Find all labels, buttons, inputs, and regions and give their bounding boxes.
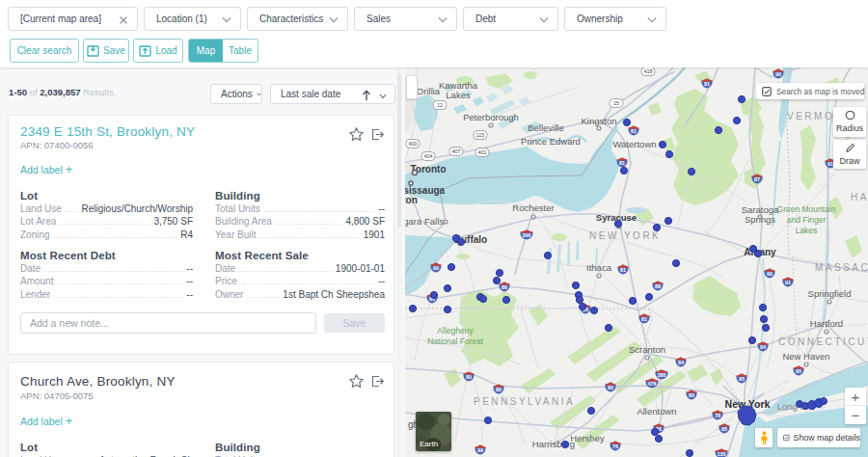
svg-text:Allentown: Allentown xyxy=(637,406,676,417)
svg-text:95: 95 xyxy=(796,368,801,374)
svg-text:Peterborough: Peterborough xyxy=(463,112,519,122)
svg-text:390: 390 xyxy=(523,232,531,238)
svg-text:81: 81 xyxy=(704,81,710,87)
svg-text:Belleville: Belleville xyxy=(528,122,564,133)
svg-text:80: 80 xyxy=(466,374,472,380)
svg-text:15: 15 xyxy=(613,100,619,106)
svg-text:407: 407 xyxy=(451,148,460,154)
svg-text:Rochester: Rochester xyxy=(512,202,554,213)
svg-text:Lakes: Lakes xyxy=(446,90,471,100)
svg-text:Watertown: Watertown xyxy=(612,139,656,149)
svg-text:95: 95 xyxy=(739,376,745,382)
svg-text:Scranton: Scranton xyxy=(629,344,665,355)
svg-text:Hershey: Hershey xyxy=(570,433,605,444)
svg-text:87: 87 xyxy=(754,176,760,182)
svg-text:Lakes: Lakes xyxy=(796,226,818,235)
svg-text:135: 135 xyxy=(718,451,726,457)
svg-text:95: 95 xyxy=(721,426,727,432)
svg-text:84: 84 xyxy=(678,360,684,365)
svg-text:MASSACHU: MASSACHU xyxy=(815,262,868,273)
svg-text:Prince Edward: Prince Edward xyxy=(521,136,581,147)
svg-text:476: 476 xyxy=(648,381,657,387)
svg-text:99: 99 xyxy=(477,447,483,453)
svg-text:380: 380 xyxy=(658,372,666,378)
svg-text:Niagara Falls: Niagara Falls xyxy=(405,216,444,227)
svg-text:88: 88 xyxy=(655,283,661,289)
svg-text:PENNSYLVANIA: PENNSYLVANIA xyxy=(474,396,575,407)
svg-text:91: 91 xyxy=(785,280,791,285)
svg-text:Green Mountain: Green Mountain xyxy=(777,204,836,214)
svg-text:418: 418 xyxy=(643,68,652,74)
svg-text:HA: HA xyxy=(851,192,868,202)
svg-text:90: 90 xyxy=(433,265,439,271)
svg-text:National Forest: National Forest xyxy=(427,336,483,346)
svg-text:NEW YORK: NEW YORK xyxy=(589,230,661,241)
svg-text:Ithaca: Ithaca xyxy=(586,262,612,273)
svg-text:81: 81 xyxy=(619,160,625,166)
svg-text:86: 86 xyxy=(502,284,507,290)
svg-text:Allegheny: Allegheny xyxy=(437,326,474,336)
svg-text:78: 78 xyxy=(715,413,720,418)
svg-text:Orillia: Orillia xyxy=(417,86,441,96)
svg-text:401: 401 xyxy=(477,149,486,155)
svg-text:115: 115 xyxy=(476,132,485,138)
svg-text:ton: ton xyxy=(405,195,418,205)
svg-text:Kingston: Kingston xyxy=(582,116,617,126)
svg-text:90: 90 xyxy=(775,71,781,77)
svg-text:84: 84 xyxy=(760,344,766,350)
svg-text:81: 81 xyxy=(631,128,637,134)
svg-text:404: 404 xyxy=(423,153,432,159)
svg-text:Springfield: Springfield xyxy=(808,288,852,299)
svg-text:12: 12 xyxy=(437,102,443,108)
svg-text:Hartford: Hartford xyxy=(810,318,843,329)
svg-text:and Finger: and Finger xyxy=(787,215,827,225)
svg-text:81: 81 xyxy=(620,267,626,273)
svg-text:80: 80 xyxy=(608,385,613,390)
svg-text:80: 80 xyxy=(496,387,502,392)
svg-text:76: 76 xyxy=(612,444,618,449)
svg-text:80: 80 xyxy=(689,392,694,398)
svg-text:New Haven: New Haven xyxy=(782,351,829,362)
svg-text:90: 90 xyxy=(767,271,773,277)
svg-text:CONNECTICUT: CONNECTICUT xyxy=(778,336,868,347)
svg-text:81: 81 xyxy=(641,316,647,322)
svg-text:400: 400 xyxy=(408,141,417,147)
